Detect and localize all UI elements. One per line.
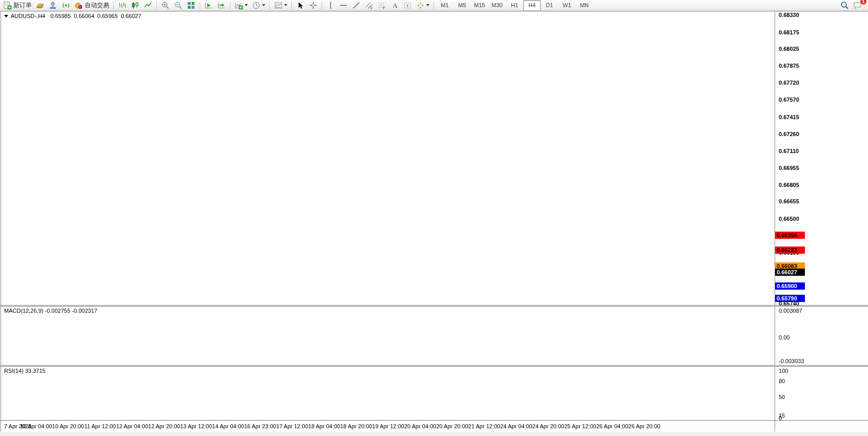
chevron-down-icon[interactable] xyxy=(4,15,8,17)
signal-icon[interactable] xyxy=(60,0,72,11)
bar-chart-button[interactable] xyxy=(116,0,129,11)
toolbar-group xyxy=(272,0,289,11)
svg-text:T: T xyxy=(406,3,409,8)
candles-icon xyxy=(131,1,140,10)
ohlc-close: 0.66027 xyxy=(121,13,142,19)
text-button[interactable]: A xyxy=(388,0,401,11)
search-glyph xyxy=(840,1,849,10)
templates-button[interactable] xyxy=(272,0,289,11)
toolbar-separator xyxy=(433,2,434,9)
rsi-indicator-label: RSI(14) 33.3715 xyxy=(4,368,46,374)
toolbar-separator xyxy=(291,2,292,9)
timeframe-d1-button[interactable]: D1 xyxy=(541,0,558,11)
toolbar-group xyxy=(116,0,154,11)
zoomout-icon xyxy=(174,1,183,10)
indicators-icon xyxy=(234,1,243,10)
new-order-icon xyxy=(3,1,12,10)
cursor-button[interactable] xyxy=(294,0,307,11)
dropdown-caret-icon[interactable] xyxy=(245,4,248,6)
autotrade-icon xyxy=(74,1,83,10)
toolbar-group xyxy=(232,0,267,11)
toolbar-separator xyxy=(322,2,322,9)
dropdown-caret-icon[interactable] xyxy=(262,4,265,6)
template-icon xyxy=(274,1,283,10)
new-order-button-label: 新订单 xyxy=(13,1,32,10)
chart-shift-button[interactable] xyxy=(215,0,228,11)
toolbar-separator xyxy=(200,2,200,9)
notifications-icon[interactable]: 1 xyxy=(851,0,864,11)
toolbar-separator xyxy=(156,2,157,9)
toolbar-group xyxy=(159,0,198,11)
dropdown-caret-icon[interactable] xyxy=(426,4,429,6)
text-icon: A xyxy=(390,1,399,10)
toolbar: 新订单自动交易EFATM1M5M15M30H1H4D1W1MN1 xyxy=(0,0,868,11)
toolbar-group xyxy=(202,0,228,11)
timeframe-m1-button[interactable]: M1 xyxy=(436,0,453,11)
vline-icon xyxy=(326,1,335,10)
toolbar-group xyxy=(294,0,320,11)
auto-trading-button[interactable]: 自动交易 xyxy=(72,0,111,11)
toolbar-right: 1 xyxy=(838,0,867,11)
line-chart-button[interactable] xyxy=(142,0,154,11)
text-label-button[interactable]: T xyxy=(401,0,414,11)
timeframe-h4-button[interactable]: H4 xyxy=(523,0,541,11)
zoom-out-button[interactable] xyxy=(172,0,185,11)
robot-icon xyxy=(49,1,57,10)
dropdown-caret-icon[interactable] xyxy=(284,4,287,6)
chart-canvas[interactable] xyxy=(0,0,868,436)
arrows-button[interactable] xyxy=(414,0,431,11)
clock-icon xyxy=(252,1,261,10)
horizontal-line-button[interactable] xyxy=(337,0,350,11)
svg-text:F: F xyxy=(383,6,385,10)
gold-icon xyxy=(36,1,45,10)
timeframe-w1-button[interactable]: W1 xyxy=(558,0,576,11)
toolbar-separator xyxy=(113,2,114,9)
bars-icon xyxy=(118,1,127,10)
equidistant-channel-button[interactable]: E xyxy=(363,0,376,11)
arrows-icon xyxy=(416,1,425,10)
vertical-line-button[interactable] xyxy=(324,0,337,11)
signal-icon xyxy=(62,1,70,10)
crosshair-icon xyxy=(309,1,318,10)
expert-advisor-icon[interactable] xyxy=(47,0,60,11)
line-icon xyxy=(144,1,152,10)
trendline-icon xyxy=(352,1,361,10)
indicators-button[interactable] xyxy=(232,0,250,11)
channel-icon: E xyxy=(365,1,373,10)
toolbar-group: 新订单自动交易 xyxy=(1,0,111,11)
toolbar-separator xyxy=(269,2,270,9)
tile-icon xyxy=(187,1,195,10)
new-order-button[interactable]: 新订单 xyxy=(1,0,34,11)
timeframe-mn-button[interactable]: MN xyxy=(576,0,593,11)
symbol-period-label: AUDUSD-,H4 xyxy=(11,13,45,19)
trendline-button[interactable] xyxy=(350,0,363,11)
tile-windows-button[interactable] xyxy=(185,0,198,11)
autoscroll-icon xyxy=(204,1,213,10)
timeframe-h1-button[interactable]: H1 xyxy=(506,0,523,11)
gold-ingot-icon[interactable] xyxy=(34,0,47,11)
periods-button[interactable] xyxy=(250,0,267,11)
macd-indicator-label: MACD(12,26,9) -0.002755 -0.002317 xyxy=(4,308,97,314)
chart-title-row: AUDUSD-,H4 0.65985 0.66064 0.65965 0.660… xyxy=(4,13,141,19)
crosshair-button[interactable] xyxy=(307,0,320,11)
toolbar-separator xyxy=(230,2,230,9)
cursor-icon xyxy=(296,1,305,10)
candlestick-chart-button[interactable] xyxy=(129,0,142,11)
search-icon[interactable] xyxy=(838,0,851,11)
timeframe-m5-button[interactable]: M5 xyxy=(453,0,471,11)
svg-text:E: E xyxy=(370,6,372,9)
zoomin-icon xyxy=(161,1,170,10)
hline-icon xyxy=(339,1,348,10)
timeframe-m15-button[interactable]: M15 xyxy=(471,0,488,11)
notification-badge: 1 xyxy=(860,0,866,5)
label-icon: T xyxy=(403,1,412,10)
toolbar-group: EFAT xyxy=(324,0,431,11)
auto-trading-button-label: 自动交易 xyxy=(85,1,109,10)
ohlc-high: 0.66064 xyxy=(74,13,94,19)
ohlc-low: 0.65965 xyxy=(97,13,118,19)
zoom-in-button[interactable] xyxy=(159,0,172,11)
ohlc-open: 0.65985 xyxy=(50,13,71,19)
fibonacci-button[interactable]: F xyxy=(376,0,388,11)
timeframe-m30-button[interactable]: M30 xyxy=(488,0,506,11)
auto-scroll-button[interactable] xyxy=(202,0,215,11)
